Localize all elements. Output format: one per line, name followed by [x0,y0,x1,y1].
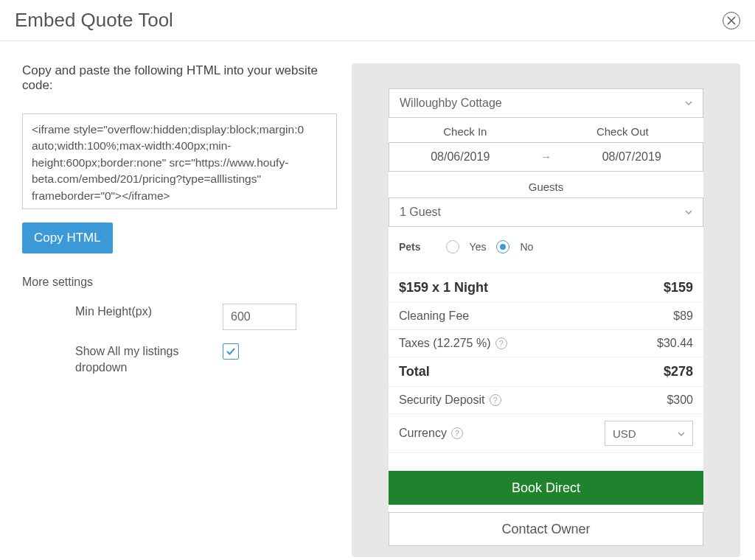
guests-label: Guests [389,181,703,193]
copy-html-button[interactable]: Copy HTML [22,223,113,253]
embed-code-textarea[interactable] [22,113,337,209]
price-label: Taxes (12.275 %) [399,337,491,350]
help-icon[interactable]: ? [451,427,463,439]
price-row: $159 x 1 Night $159 [389,273,703,303]
guests-dropdown[interactable]: 1 Guest [389,197,703,227]
price-label: Security Deposit [399,393,485,407]
pets-no-label: No [520,241,533,253]
chevron-down-icon [678,427,685,440]
min-height-label: Min Height(px) [75,304,223,320]
modal-header: Embed Quote Tool [0,0,755,41]
chevron-down-icon [685,97,692,110]
pets-yes-radio[interactable] [446,240,459,253]
pets-label: Pets [399,241,421,253]
chevron-down-icon [685,206,692,219]
currency-value: USD [613,427,636,440]
pets-row: Pets Yes No [389,231,703,259]
price-row: Total $278 [389,357,703,387]
property-value: Willoughby Cottage [400,97,502,110]
show-all-checkbox[interactable] [223,343,239,360]
price-row: Cleaning Fee $89 [389,303,703,330]
price-value: $159 [664,280,693,295]
price-label: Total [399,364,430,379]
guests-value: 1 Guest [400,206,441,219]
price-value: $300 [667,393,693,407]
show-all-label: Show All my listings dropdown [75,343,223,377]
price-row: Security Deposit? $300 [389,387,703,414]
show-all-row: Show All my listings dropdown [22,343,337,377]
currency-dropdown[interactable]: USD [605,421,693,446]
preview-panel: Willoughby Cottage Check In Check Out 08… [352,63,740,557]
quote-widget: Willoughby Cottage Check In Check Out 08… [389,88,703,546]
price-row: Taxes (12.275 %)? $30.44 [389,330,703,357]
checkin-input[interactable]: 08/06/2019 [389,150,532,164]
min-height-input[interactable] [223,304,296,330]
instruction-text: Copy and paste the following HTML into y… [22,63,337,93]
price-value: $278 [664,364,693,379]
price-breakdown: $159 x 1 Night $159 Cleaning Fee $89 Tax… [389,273,703,453]
contact-owner-button[interactable]: Contact Owner [389,512,703,546]
close-icon[interactable] [723,12,740,29]
left-panel: Copy and paste the following HTML into y… [22,63,337,557]
price-value: $89 [673,309,693,323]
price-value: $30.44 [657,337,693,350]
help-icon[interactable]: ? [490,394,501,406]
checkout-input[interactable]: 08/07/2019 [561,150,703,164]
checkin-label: Check In [443,125,487,138]
pets-no-radio[interactable] [496,240,509,253]
pets-yes-label: Yes [470,241,487,253]
arrow-right-icon: → [532,150,561,164]
modal-title: Embed Quote Tool [15,9,173,32]
book-direct-button[interactable]: Book Direct [389,471,703,505]
more-settings-heading: More settings [22,276,337,289]
help-icon[interactable]: ? [495,337,507,349]
date-picker: 08/06/2019 → 08/07/2019 [389,142,703,172]
property-dropdown[interactable]: Willoughby Cottage [389,88,703,118]
min-height-row: Min Height(px) [22,304,337,330]
checkout-label: Check Out [596,125,649,138]
currency-row: Currency? USD [389,414,703,453]
price-label: $159 x 1 Night [399,280,488,295]
currency-label: Currency [399,427,447,440]
price-label: Cleaning Fee [399,309,469,323]
